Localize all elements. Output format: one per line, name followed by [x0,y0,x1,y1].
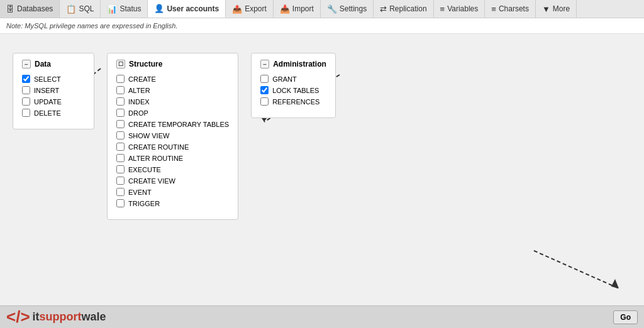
tab-export[interactable]: 📤 Export [226,0,274,18]
checkbox-drop-input[interactable] [116,109,125,117]
svg-marker-5 [611,279,619,288]
administration-collapse-icon[interactable]: − [260,60,269,68]
checkbox-trigger: TRIGGER [116,199,229,207]
checkbox-create-label: CREATE [128,75,156,83]
checkbox-alter-input[interactable] [116,86,125,94]
checkbox-insert-input[interactable] [22,86,30,94]
checkbox-lock-tables-label: LOCK TABLES [272,87,319,94]
checkbox-alter-label: ALTER [128,87,150,94]
checkbox-alter: ALTER [116,86,229,94]
checkbox-create-routine-label: CREATE ROUTINE [128,143,189,151]
checkbox-trigger-input[interactable] [116,199,125,207]
checkbox-create-temp-tables-label: CREATE TEMPORARY TABLES [128,121,229,128]
checkbox-grant: GRANT [260,75,326,83]
checkbox-execute-input[interactable] [116,165,125,173]
tab-charsets[interactable]: ≡ Charsets [485,0,536,18]
checkbox-create-temp-tables-input[interactable] [116,120,125,128]
checkbox-execute-label: EXECUTE [128,166,161,173]
checkbox-show-view-label: SHOW VIEW [128,132,169,139]
checkbox-alter-routine-input[interactable] [116,154,125,162]
checkbox-alter-routine-label: ALTER ROUTINE [128,155,183,162]
checkbox-event-input[interactable] [116,188,125,196]
tab-replication[interactable]: ⇄ Replication [374,0,433,18]
administration-panel: − Administration GRANT LOCK TABLES REFER… [251,53,336,118]
checkbox-create-routine-input[interactable] [116,143,125,151]
structure-check-icon[interactable]: ☐ [116,60,125,68]
tab-more[interactable]: ▼ More [536,0,577,18]
data-collapse-icon[interactable]: − [22,60,31,68]
bottom-bar: </> itsupportwale Go [0,305,644,328]
data-panel: − Data SELECT INSERT UPDATE DELETE [13,53,94,129]
top-navigation: 🗄 Databases 📋 SQL 📊 Status 👤 User accoun… [0,0,644,18]
main-content: − Data SELECT INSERT UPDATE DELETE [0,34,644,304]
checkbox-show-view-input[interactable] [116,131,125,139]
checkbox-create-routine: CREATE ROUTINE [116,143,229,151]
user-accounts-icon: 👤 [154,4,164,13]
checkbox-lock-tables-input[interactable] [260,86,269,94]
checkbox-event: EVENT [116,188,229,196]
charsets-icon: ≡ [491,4,496,14]
tab-settings[interactable]: 🔧 Settings [321,0,374,18]
checkbox-update-input[interactable] [22,97,30,106]
checkbox-delete: DELETE [22,109,85,117]
checkbox-references: REFERENCES [260,97,326,106]
checkbox-grant-input[interactable] [260,75,269,83]
more-dropdown-icon: ▼ [542,4,550,14]
brand-code-icon: </> [6,307,30,327]
sql-icon: 📋 [66,4,76,14]
tab-user-accounts[interactable]: 👤 User accounts [148,0,226,18]
brand-name: itsupportwale [33,310,106,324]
checkbox-index-label: INDEX [128,98,150,106]
checkbox-select-input[interactable] [22,75,30,83]
export-icon: 📤 [232,4,242,14]
checkbox-insert: INSERT [22,86,85,94]
checkbox-create-input[interactable] [116,75,125,83]
settings-icon: 🔧 [327,4,337,14]
checkbox-create-view-input[interactable] [116,177,125,185]
checkbox-create: CREATE [116,75,229,83]
checkbox-lock-tables: LOCK TABLES [260,86,326,94]
checkbox-drop-label: DROP [128,109,148,117]
tab-databases[interactable]: 🗄 Databases [0,0,60,18]
replication-icon: ⇄ [380,4,387,14]
databases-icon: 🗄 [6,4,14,14]
tab-import[interactable]: 📥 Import [274,0,321,18]
brand-logo: </> itsupportwale [6,307,106,327]
checkbox-index: INDEX [116,97,229,106]
variables-icon: ≡ [440,4,445,14]
checkbox-update: UPDATE [22,97,85,106]
structure-panel: ☐ Structure CREATE ALTER INDEX DROP C [107,53,238,220]
checkbox-select-label: SELECT [34,75,61,83]
note-bar: Note: MySQL privilege names are expresse… [0,18,644,34]
go-button[interactable]: Go [613,310,638,324]
arrow-bottom-right [531,248,631,298]
data-panel-title: − Data [22,60,85,68]
checkbox-delete-label: DELETE [34,109,61,117]
checkbox-update-label: UPDATE [34,98,62,106]
svg-line-4 [534,251,619,288]
structure-panel-title: ☐ Structure [116,60,229,68]
checkbox-trigger-label: TRIGGER [128,200,160,207]
checkbox-execute: EXECUTE [116,165,229,173]
checkbox-event-label: EVENT [128,189,152,196]
import-icon: 📥 [280,4,290,14]
checkbox-insert-label: INSERT [34,87,59,94]
administration-panel-title: − Administration [260,60,326,68]
checkbox-references-label: REFERENCES [272,98,319,106]
checkbox-show-view: SHOW VIEW [116,131,229,139]
checkbox-create-view-label: CREATE VIEW [128,177,175,185]
checkbox-delete-input[interactable] [22,109,30,117]
panels-row: − Data SELECT INSERT UPDATE DELETE [13,53,631,220]
tab-sql[interactable]: 📋 SQL [60,0,101,18]
checkbox-references-input[interactable] [260,97,269,106]
checkbox-alter-routine: ALTER ROUTINE [116,154,229,162]
checkbox-create-temp-tables: CREATE TEMPORARY TABLES [116,120,229,128]
status-icon: 📊 [107,4,117,14]
checkbox-grant-label: GRANT [272,75,297,83]
tab-status[interactable]: 📊 Status [101,0,148,18]
checkbox-select: SELECT [22,75,85,83]
tab-variables[interactable]: ≡ Variables [434,0,486,18]
checkbox-create-view: CREATE VIEW [116,177,229,185]
checkbox-drop: DROP [116,109,229,117]
checkbox-index-input[interactable] [116,97,125,106]
